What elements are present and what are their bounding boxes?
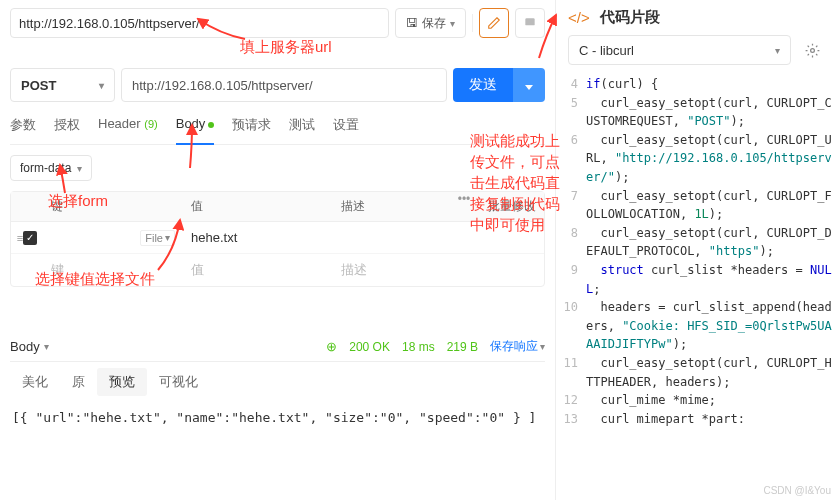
tab-header[interactable]: Header (9) [98,116,158,138]
col-value-header: 值 [183,192,333,221]
code-icon: </> [568,9,590,26]
key-type-select[interactable]: File ▾ [140,230,175,246]
save-icon: 🖫 [406,16,418,30]
watermark: CSDN @I&You [763,485,831,496]
tab-auth[interactable]: 授权 [54,116,80,138]
gear-icon[interactable] [797,35,827,65]
chevron-down-icon: ▾ [450,18,455,29]
tab-body[interactable]: Body [176,116,215,138]
tab-settings[interactable]: 设置 [333,116,359,138]
send-button[interactable]: 发送 [453,68,513,102]
response-size: 219 B [447,340,478,354]
edit-icon[interactable] [479,8,509,38]
svg-point-1 [810,48,814,52]
tab-raw[interactable]: 原 [60,368,97,396]
bulk-edit-link[interactable]: 批量修改 [484,192,544,221]
tab-visualize[interactable]: 可视化 [147,368,210,396]
code-snippet[interactable]: 4if(curl) {5 curl_easy_setopt(curl, CURL… [556,75,839,428]
table-row-empty[interactable]: 键 值 描述 [11,254,544,286]
response-body-select[interactable]: Body ▾ [10,339,49,354]
value-cell[interactable]: hehe.txt [183,224,333,251]
form-data-table: 键 值 描述 ••• 批量修改 ≡ ✓ File ▾ hehe.txt 键 值 … [10,191,545,287]
snippet-title: 代码片段 [600,8,660,27]
tab-pretty[interactable]: 美化 [10,368,60,396]
annotation: 填上服务器url [240,36,332,57]
tab-tests[interactable]: 测试 [289,116,315,138]
network-icon: ⊕ [326,339,337,354]
svg-rect-0 [525,18,534,25]
more-icon[interactable]: ••• [444,192,484,221]
method-select[interactable]: POST ▾ [10,68,115,102]
tab-params[interactable]: 参数 [10,116,36,138]
top-url-display[interactable]: http://192.168.0.105/httpserver/ [10,8,389,38]
save-button[interactable]: 🖫 保存 ▾ [395,8,466,38]
response-content: [{ "url":"hehe.txt", "name":"hehe.txt", … [10,406,545,429]
status-code: 200 OK [349,340,390,354]
col-desc-header: 描述 [333,192,444,221]
save-response-button[interactable]: 保存响应 ▾ [490,338,545,355]
chevron-down-icon: ▾ [77,163,82,174]
chevron-down-icon: ▾ [775,45,780,56]
response-time: 18 ms [402,340,435,354]
language-select[interactable]: C - libcurl ▾ [568,35,791,65]
body-type-select[interactable]: form-data ▾ [10,155,92,181]
send-options-button[interactable] [513,68,545,102]
table-row[interactable]: ≡ ✓ File ▾ hehe.txt [11,222,544,254]
status-dot-icon [208,122,214,128]
request-url-input[interactable] [121,68,447,102]
response-view-tabs: 美化 原 预览 可视化 [10,368,545,396]
request-tabs: 参数 授权 Header (9) Body 预请求 测试 设置 [10,116,545,145]
chevron-down-icon: ▾ [99,80,104,91]
col-key-header: 键 [43,192,183,221]
tab-prerequest[interactable]: 预请求 [232,116,271,138]
chevron-down-icon [525,85,533,90]
comment-icon[interactable] [515,8,545,38]
tab-preview[interactable]: 预览 [97,368,147,396]
checkbox-icon[interactable]: ✓ [23,231,37,245]
